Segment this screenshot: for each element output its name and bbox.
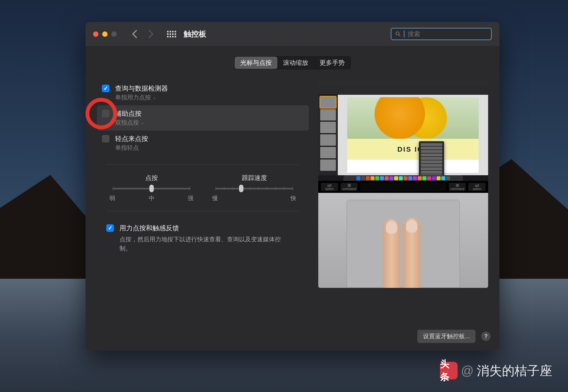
tab-point-click[interactable]: 光标与点按 bbox=[235, 57, 277, 69]
show-all-icon[interactable] bbox=[167, 31, 176, 37]
window-title: 触控板 bbox=[184, 29, 206, 39]
svg-point-0 bbox=[396, 32, 399, 35]
gesture-preview: DIS ICT altoption ⌘command bbox=[318, 80, 488, 288]
help-button[interactable]: ? bbox=[481, 332, 491, 341]
track-label-fast: 快 bbox=[291, 194, 296, 202]
system-preferences-window: 触控板 光标与点按 滚动缩放 更多手势 查询与数据检测器 单指用力点按⌄ bbox=[86, 22, 499, 350]
options-column: 查询与数据检测器 单指用力点按⌄ 辅助点按 双指点按⌄ 轻点来点按 bbox=[97, 80, 309, 288]
option-secondary-title: 辅助点按 bbox=[115, 109, 144, 118]
svg-line-1 bbox=[399, 35, 400, 36]
forward-button[interactable] bbox=[148, 30, 154, 38]
tracking-slider-group: 跟踪速度 慢 快 bbox=[212, 174, 296, 202]
force-title: 用力点按和触感反馈 bbox=[120, 224, 289, 232]
tab-more-gestures[interactable]: 更多手势 bbox=[314, 57, 350, 69]
option-secondary-sub[interactable]: 双指点按⌄ bbox=[115, 119, 144, 127]
preview-hand bbox=[380, 216, 427, 288]
track-label-slow: 慢 bbox=[212, 194, 218, 202]
option-tap-title: 轻点来点按 bbox=[115, 134, 148, 143]
click-slider-thumb[interactable] bbox=[149, 185, 154, 192]
option-secondary-click: 辅助点按 双指点按⌄ bbox=[97, 105, 309, 131]
preview-screen: DIS ICT bbox=[318, 80, 488, 181]
search-input[interactable] bbox=[408, 31, 487, 38]
divider bbox=[106, 211, 299, 211]
watermark-name: 消失的桔子座 bbox=[477, 362, 552, 379]
option-lookup-title: 查询与数据检测器 bbox=[115, 84, 168, 93]
click-slider-title: 点按 bbox=[109, 174, 193, 182]
back-button[interactable] bbox=[132, 30, 137, 38]
force-click-section: 用力点按和触感反馈 点按，然后用力地按下以进行快速查看、查询以及变速媒体控制。 bbox=[97, 224, 309, 253]
chevron-down-icon: ⌄ bbox=[141, 120, 144, 125]
checkbox-force-click[interactable] bbox=[106, 224, 114, 232]
search-field[interactable] bbox=[391, 28, 492, 40]
preview-banner-text: DIS ICT bbox=[347, 139, 479, 160]
force-desc: 点按，然后用力地按下以进行快速查看、查询以及变速媒体控制。 bbox=[120, 235, 289, 253]
preview-trackpad bbox=[318, 193, 488, 288]
preview-touchbar: altoption ⌘command ⌘command altoption bbox=[318, 181, 488, 193]
option-lookup: 查询与数据检测器 单指用力点按⌄ bbox=[97, 80, 309, 105]
click-label-med: 中 bbox=[149, 194, 154, 202]
bluetooth-trackpad-button[interactable]: 设置蓝牙触控板... bbox=[417, 330, 476, 343]
click-slider[interactable] bbox=[113, 188, 190, 189]
option-tap-to-click: 轻点来点按 单指轻点 bbox=[97, 131, 309, 156]
option-lookup-sub[interactable]: 单指用力点按⌄ bbox=[115, 93, 168, 102]
click-label-strong: 强 bbox=[188, 194, 193, 202]
text-cursor bbox=[404, 31, 404, 37]
tracking-slider-title: 跟踪速度 bbox=[212, 174, 296, 182]
checkbox-secondary[interactable] bbox=[102, 110, 109, 117]
divider bbox=[106, 165, 299, 165]
preview-context-menu bbox=[419, 141, 444, 175]
click-label-weak: 弱 bbox=[109, 194, 115, 202]
click-slider-group: 点按 弱 中 强 bbox=[109, 174, 193, 202]
tracking-slider[interactable] bbox=[215, 188, 293, 189]
minimize-button[interactable] bbox=[102, 31, 108, 37]
close-button[interactable] bbox=[93, 31, 98, 37]
tracking-slider-thumb[interactable] bbox=[239, 185, 243, 192]
watermark-logo: 头条 bbox=[440, 362, 458, 379]
search-icon bbox=[395, 31, 401, 37]
option-tap-sub: 单指轻点 bbox=[115, 144, 148, 152]
watermark: 头条 @ 消失的桔子座 bbox=[440, 362, 552, 379]
checkbox-tap[interactable] bbox=[102, 135, 109, 143]
tab-bar: 光标与点按 滚动缩放 更多手势 bbox=[92, 56, 493, 70]
watermark-at: @ bbox=[461, 364, 474, 378]
chevron-down-icon: ⌄ bbox=[153, 95, 156, 100]
tab-scroll-zoom[interactable]: 滚动缩放 bbox=[277, 57, 314, 69]
checkbox-lookup[interactable] bbox=[102, 85, 109, 92]
titlebar: 触控板 bbox=[86, 22, 499, 46]
traffic-lights bbox=[93, 31, 117, 37]
zoom-button[interactable] bbox=[111, 31, 117, 37]
preview-dock bbox=[343, 175, 463, 181]
